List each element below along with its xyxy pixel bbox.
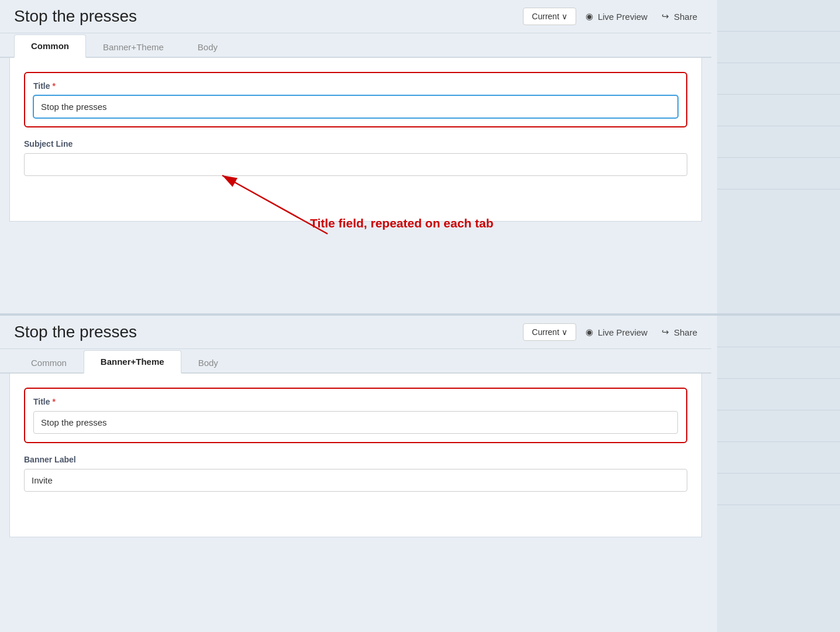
top-tab-body[interactable]: Body — [181, 36, 235, 58]
bottom-sidebar-item-3 — [717, 379, 840, 410]
bottom-title-label: Title * — [33, 397, 678, 406]
bottom-live-preview-button[interactable]: ◉ Live Preview — [586, 327, 648, 337]
top-sidebar-item-6 — [717, 158, 840, 189]
bottom-share-button[interactable]: ↪ Share — [662, 327, 697, 337]
top-subject-line-group: Subject Line — [24, 139, 687, 176]
bottom-share-label: Share — [674, 327, 697, 337]
top-panel-inner: Stop the presses Current ∨ ◉ Live Previe… — [0, 0, 711, 222]
bottom-banner-label-group: Banner Label — [24, 455, 687, 492]
bottom-tab-banner-theme[interactable]: Banner+Theme — [84, 350, 181, 374]
bottom-panel-inner: Stop the presses Current ∨ ◉ Live Previe… — [0, 316, 711, 537]
top-header-actions: ◉ Live Preview ↪ Share — [586, 11, 697, 22]
page-wrapper: Stop the presses Current ∨ ◉ Live Previe… — [0, 0, 840, 632]
top-sidebar-item-2 — [717, 32, 840, 63]
bottom-tab-body[interactable]: Body — [181, 351, 235, 374]
bottom-sidebar-item-6 — [717, 474, 840, 505]
top-subject-line-input[interactable] — [24, 153, 687, 176]
top-tab-bar: Common Banner+Theme Body — [0, 33, 711, 58]
bottom-eye-icon: ◉ — [586, 327, 593, 337]
top-sidebar-item-3 — [717, 63, 840, 95]
bottom-title-input[interactable] — [33, 411, 678, 434]
top-tab-common[interactable]: Common — [14, 34, 86, 58]
top-sidebar-item-1 — [717, 0, 840, 32]
bottom-right-sidebar — [717, 316, 840, 632]
top-title-required-star: * — [53, 81, 56, 91]
bottom-title-required-star: * — [53, 397, 56, 406]
bottom-version-dropdown[interactable]: Current ∨ — [523, 323, 576, 341]
top-content-area: Title * Subject Line — [9, 58, 702, 222]
top-live-preview-label: Live Preview — [598, 12, 648, 22]
bottom-tab-common[interactable]: Common — [14, 351, 84, 374]
bottom-header-actions: ◉ Live Preview ↪ Share — [586, 327, 697, 337]
bottom-panel: Stop the presses Current ∨ ◉ Live Previe… — [0, 316, 840, 632]
bottom-content-area: Title * Banner Label — [9, 374, 702, 537]
bottom-sidebar-item-4 — [717, 410, 840, 442]
bottom-header-bar: Stop the presses Current ∨ ◉ Live Previe… — [0, 316, 711, 349]
bottom-sidebar-item-1 — [717, 316, 840, 347]
share-icon: ↪ — [662, 11, 669, 22]
bottom-share-icon: ↪ — [662, 327, 669, 337]
top-title-highlight-box: Title * — [24, 72, 687, 127]
bottom-live-preview-label: Live Preview — [598, 327, 648, 337]
bottom-banner-label-label: Banner Label — [24, 455, 687, 464]
top-tab-banner-theme[interactable]: Banner+Theme — [86, 36, 181, 58]
bottom-version-label: Current ∨ — [532, 327, 567, 337]
top-sidebar-item-4 — [717, 95, 840, 126]
bottom-banner-label-input[interactable] — [24, 469, 687, 492]
top-version-dropdown[interactable]: Current ∨ — [523, 8, 576, 25]
bottom-page-title: Stop the presses — [14, 323, 514, 341]
top-header-bar: Stop the presses Current ∨ ◉ Live Previe… — [0, 0, 711, 33]
bottom-title-highlight-box: Title * — [24, 388, 687, 443]
top-live-preview-button[interactable]: ◉ Live Preview — [586, 11, 648, 22]
bottom-sidebar-item-2 — [717, 347, 840, 379]
top-sidebar-item-5 — [717, 126, 840, 158]
eye-icon: ◉ — [586, 11, 593, 22]
bottom-sidebar-item-5 — [717, 442, 840, 474]
bottom-tab-bar: Common Banner+Theme Body — [0, 349, 711, 374]
top-title-label: Title * — [33, 81, 678, 91]
top-panel: Stop the presses Current ∨ ◉ Live Previe… — [0, 0, 840, 316]
top-subject-line-label: Subject Line — [24, 139, 687, 148]
top-title-input[interactable] — [33, 95, 678, 118]
top-version-label: Current ∨ — [532, 12, 567, 21]
top-share-label: Share — [674, 12, 697, 22]
top-share-button[interactable]: ↪ Share — [662, 11, 697, 22]
top-right-sidebar — [717, 0, 840, 313]
top-page-title: Stop the presses — [14, 7, 514, 26]
